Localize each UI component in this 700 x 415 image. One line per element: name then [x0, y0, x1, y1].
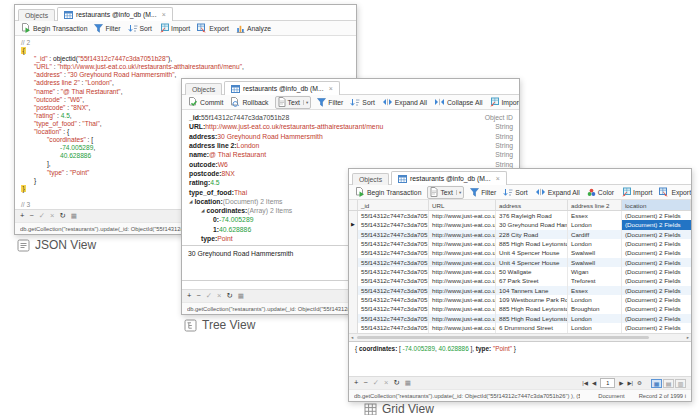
- table-cell[interactable]: 885 High Road Leytonstone: [496, 239, 568, 248]
- table-cell[interactable]: London: [568, 220, 622, 229]
- first-page-icon[interactable]: |◀: [582, 380, 588, 386]
- table-cell[interactable]: London: [568, 314, 622, 323]
- table-cell[interactable]: (Document) 2 Fields: [622, 211, 691, 220]
- import-button[interactable]: Import: [486, 97, 519, 107]
- sort-button[interactable]: Sort: [500, 188, 530, 197]
- begin-transaction-button[interactable]: Begin Transaction: [352, 187, 424, 197]
- table-row[interactable]: 55f14312c7447c3da7051b2chttp://www.just-…: [349, 314, 691, 323]
- table-cell[interactable]: Essex: [568, 211, 622, 220]
- table-cell[interactable]: (Document) 2 Fields: [622, 239, 691, 248]
- tab-objects[interactable]: Objects: [352, 173, 389, 185]
- expander-icon[interactable]: ◢: [201, 208, 204, 213]
- table-cell[interactable]: 376 Rayleigh Road: [496, 211, 568, 220]
- table-row[interactable]: ▶55f14312c7447c3da7051b28http://www.just…: [349, 220, 691, 229]
- table-row[interactable]: 55f14312c7447c3da7051b2ehttp://www.just-…: [349, 239, 691, 248]
- refresh-icon[interactable]: ↻: [393, 379, 399, 387]
- table-cell[interactable]: http://www.just-eat.co.uk/r: [429, 276, 496, 285]
- column-header--id[interactable]: _id: [358, 200, 429, 210]
- add-icon[interactable]: +: [187, 292, 191, 300]
- tab-collection[interactable]: restaurants @info_db (M... ×: [391, 171, 507, 185]
- dropdown-caret-icon[interactable]: ▾: [303, 100, 308, 105]
- begin-transaction-button[interactable]: Begin Transaction: [18, 23, 90, 33]
- table-cell[interactable]: Essex: [568, 286, 622, 295]
- column-header-location[interactable]: location: [622, 200, 691, 210]
- table-row[interactable]: 55f14312c7447c3da7051b26http://www.just-…: [349, 230, 691, 239]
- column-header-url[interactable]: URL: [429, 200, 496, 210]
- cancel-icon[interactable]: ×: [384, 379, 388, 387]
- cancel-icon[interactable]: ×: [217, 292, 221, 300]
- remove-icon[interactable]: −: [196, 292, 200, 300]
- import-button[interactable]: Import: [618, 187, 655, 197]
- table-cell[interactable]: 228 City Road: [496, 230, 568, 239]
- scrollbar-thumb[interactable]: [357, 336, 649, 340]
- tree-row[interactable]: name : @ Thai RestaurantString: [187, 150, 519, 159]
- table-cell[interactable]: http://www.just-eat.co.uk/r: [429, 323, 496, 332]
- table-cell[interactable]: http://www.just-eat.co.uk/r: [429, 220, 496, 229]
- table-cell[interactable]: Unit 4 Spencer House: [496, 248, 568, 257]
- table-cell[interactable]: (Document) 2 Fields: [622, 230, 691, 239]
- last-page-icon[interactable]: ▶|: [627, 380, 633, 386]
- table-cell[interactable]: (Document) 2 Fields: [622, 295, 691, 304]
- table-cell[interactable]: 55f14312c7447c3da7051b2c: [358, 314, 429, 323]
- table-cell[interactable]: Wigan: [568, 267, 622, 276]
- table-cell[interactable]: Treforest: [568, 276, 622, 285]
- import-button[interactable]: Import: [156, 23, 193, 33]
- tree-row[interactable]: URL : http://www.just-eat.co.uk/restaura…: [187, 122, 519, 131]
- tab-collection[interactable]: restaurants @info_db (M... ×: [57, 7, 173, 21]
- table-cell[interactable]: http://www.just-eat.co.uk/r: [429, 286, 496, 295]
- table-cell[interactable]: 6 Drummond Street: [496, 323, 568, 332]
- export-button[interactable]: Export: [656, 187, 691, 197]
- table-cell[interactable]: 55f14312c7447c3da7051b34: [358, 295, 429, 304]
- table-row[interactable]: 55f14312c7447c3da7051b2ahttp://www.just-…: [349, 304, 691, 313]
- table-cell[interactable]: (Document) 2 Fields: [622, 314, 691, 323]
- table-row[interactable]: 55f14312c7447c3da7051b31http://www.just-…: [349, 276, 691, 285]
- table-cell[interactable]: http://www.just-eat.co.uk/r: [429, 230, 496, 239]
- table-cell[interactable]: (Document) 2 Fields: [622, 304, 691, 313]
- table-cell[interactable]: (Document) 2 Fields: [622, 220, 691, 229]
- table-cell[interactable]: 55f14312c7447c3da7051b28: [358, 220, 429, 229]
- next-page-icon[interactable]: ▶: [619, 380, 623, 386]
- table-cell[interactable]: http://www.just-eat.co.uk/r: [429, 258, 496, 267]
- close-tab-icon[interactable]: ×: [162, 11, 166, 18]
- options-icon[interactable]: ▦: [238, 293, 244, 300]
- sort-button[interactable]: Sort: [125, 24, 155, 33]
- apply-icon[interactable]: ✓: [373, 379, 379, 387]
- table-cell[interactable]: http://www.just-eat.co.uk/r: [429, 239, 496, 248]
- scroll-left-icon[interactable]: ◂: [351, 335, 353, 340]
- apply-icon[interactable]: ✓: [206, 292, 212, 300]
- table-cell[interactable]: Unit 4 Spencer House: [496, 258, 568, 267]
- expand-all-button[interactable]: Expand All: [379, 98, 430, 106]
- table-cell[interactable]: (Document) 2 Fields: [622, 323, 691, 332]
- tab-objects[interactable]: Objects: [185, 83, 222, 95]
- text-button[interactable]: Text▾: [275, 96, 312, 109]
- table-row[interactable]: 55f14312c7447c3da7051b34http://www.just-…: [349, 295, 691, 304]
- table-cell[interactable]: 885 High Road Leytonstone: [496, 304, 568, 313]
- table-row[interactable]: 55f14312c7447c3da7051b2fhttp://www.just-…: [349, 248, 691, 257]
- color-button[interactable]: Color: [584, 188, 617, 197]
- refresh-icon[interactable]: ↻: [226, 292, 232, 300]
- tree-row[interactable]: address : 30 Greyhound Road HammersmithS…: [187, 132, 519, 141]
- table-cell[interactable]: Broughton: [568, 304, 622, 313]
- table-cell[interactable]: 55f14312c7447c3da7051b31: [358, 276, 429, 285]
- table-cell[interactable]: Swalwell: [568, 258, 622, 267]
- table-cell[interactable]: 109 Westbourne Park Road: [496, 295, 568, 304]
- table-cell[interactable]: (Document) 2 Fields: [622, 276, 691, 285]
- table-cell[interactable]: http://www.just-eat.co.uk/r: [429, 267, 496, 276]
- expander-icon[interactable]: ◢: [189, 199, 192, 204]
- filter-button[interactable]: Filter: [91, 24, 123, 33]
- previous-page-icon[interactable]: ◀: [592, 380, 596, 386]
- collapse-all-button[interactable]: Collapse All: [431, 98, 486, 106]
- filter-button[interactable]: Filter: [314, 98, 346, 107]
- table-row[interactable]: 55f14312c7447c3da7051b32http://www.just-…: [349, 267, 691, 276]
- table-cell[interactable]: 55f14312c7447c3da7051b2f: [358, 248, 429, 257]
- table-cell[interactable]: Swalwell: [568, 248, 622, 257]
- commit-button[interactable]: Commit: [185, 97, 226, 107]
- table-cell[interactable]: 55f14312c7447c3da7051b2d: [358, 323, 429, 332]
- export-button[interactable]: Export: [194, 23, 232, 33]
- close-tab-icon[interactable]: ×: [496, 175, 500, 182]
- table-cell[interactable]: (Document) 2 Fields: [622, 267, 691, 276]
- table-cell[interactable]: 30 Greyhound Road Hamm: [496, 220, 568, 229]
- tab-objects[interactable]: Objects: [18, 9, 55, 21]
- view-toggle-tree-button[interactable]: ▤: [663, 379, 674, 388]
- table-cell[interactable]: 55f14312c7447c3da7051b27: [358, 211, 429, 220]
